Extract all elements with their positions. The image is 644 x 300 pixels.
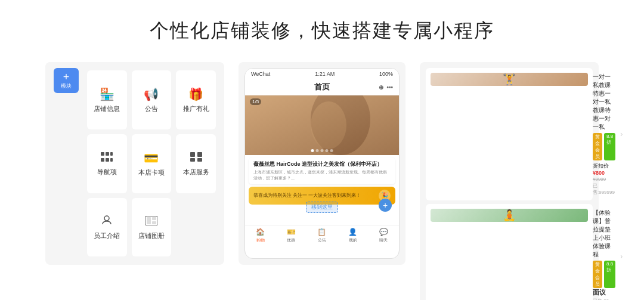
- phone-mockup: WeChat 1:21 AM 100% 首页 ⊕ •••: [244, 68, 400, 259]
- dot-4: [326, 149, 329, 152]
- phone-card-title: 薇薇丝恩 HairCode 造型设计之美发馆（保利中环店）: [253, 160, 391, 168]
- svg-rect-7: [197, 152, 202, 157]
- album-label: 店铺图册: [138, 231, 165, 240]
- bottom-nav-me[interactable]: 👤 我的: [338, 225, 369, 246]
- nav-more-icon: •••: [386, 84, 393, 91]
- bottom-nav-coupon[interactable]: 🎫 优惠: [276, 225, 307, 246]
- grid-item-promo[interactable]: 🎁 推广有礼: [176, 70, 216, 129]
- phone-status-bar: WeChat 1:21 AM 100%: [245, 69, 399, 79]
- phone-shop-card: 薇薇丝恩 HairCode 造型设计之美发馆（保利中环店） 上海市浦东新区，城市…: [249, 157, 395, 184]
- course-thumb-1: 🏋️: [431, 73, 588, 86]
- album-icon: [145, 215, 157, 228]
- bottom-nav-shop[interactable]: 🏠 购物: [245, 225, 276, 246]
- plus-icon: +: [63, 72, 70, 82]
- add-block-button[interactable]: + 模块: [54, 68, 79, 93]
- dot-5: [330, 149, 333, 152]
- card-label: 本店卡项: [138, 168, 165, 177]
- svg-rect-8: [190, 158, 195, 162]
- shop-nav-icon: 🏠: [256, 228, 265, 236]
- discussion-title: 面议: [593, 288, 615, 297]
- service-label: 本店服务: [183, 168, 209, 177]
- move-here-label: 移到这里: [306, 202, 338, 213]
- svg-rect-9: [197, 158, 202, 162]
- status-network: WeChat: [251, 71, 270, 77]
- add-circle-button[interactable]: +: [379, 199, 392, 212]
- course-info-2: 【体验课】普拉提垫上小班体验课程 黄金会员 8.8折 面议 已售:99: [593, 209, 615, 300]
- phone-banner: 1/5: [245, 95, 399, 155]
- notice-icon: 📢: [144, 87, 159, 101]
- status-battery: 100%: [379, 71, 393, 77]
- shop-info-label: 店铺信息: [94, 104, 120, 113]
- coupon-nav-icon: 🎫: [287, 228, 296, 236]
- me-nav-icon: 👤: [348, 228, 357, 236]
- promo-icon: 🎁: [188, 87, 203, 101]
- grid-item-service[interactable]: 本店服务: [176, 134, 216, 193]
- grid-item-nav[interactable]: 导航项: [87, 134, 127, 193]
- course-info-1: 一对一私教课特惠一对一私教课特惠一对一私 黄金会员 8.8折 折扣价 ¥800 …: [593, 73, 615, 196]
- notice-nav-icon: 📋: [317, 228, 326, 236]
- bottom-nav-notice[interactable]: 📋 公告: [306, 225, 338, 246]
- course-badges-2: 黄金会员 8.8折: [593, 261, 615, 288]
- svg-rect-13: [152, 217, 156, 220]
- phone-nav-icons: ⊕ •••: [379, 84, 393, 91]
- svg-rect-18: [245, 95, 399, 155]
- dot-2: [316, 149, 319, 152]
- course-title-1: 一对一私教课特惠一对一私教课特惠一对一私: [593, 73, 615, 131]
- chat-nav-label: 聊天: [379, 237, 388, 243]
- course-sold-1: 已售:999999: [593, 183, 615, 196]
- dot-1: [311, 149, 314, 152]
- coupon-nav-label: 优惠: [287, 237, 295, 243]
- service-icon: [190, 151, 202, 165]
- page-container: 个性化店铺装修，快速搭建专属小程序 + 模块 🏪 店铺信息 📢 公告: [0, 0, 644, 300]
- left-panel: + 模块 🏪 店铺信息 📢 公告 🎁 推广有礼: [45, 62, 224, 265]
- badge-discount-1: 8.8折: [604, 133, 615, 160]
- banner-hair-image: [245, 95, 399, 155]
- phone-bottom-nav: 🏠 购物 🎫 优惠 📋 公告 👤 我的: [245, 225, 399, 246]
- right-panel: 🏋️ 一对一私教课特惠一对一私教课特惠一对一私 黄金会员 8.8折 折扣价 ¥8…: [420, 62, 599, 300]
- notice-nav-label: 公告: [318, 237, 326, 243]
- nav-label: 导航项: [97, 168, 117, 177]
- svg-rect-14: [152, 221, 156, 224]
- price-original-1: ¥9999: [593, 177, 606, 182]
- status-time: 1:21 AM: [315, 71, 335, 77]
- course-card-2[interactable]: 🧘 【体验课】普拉提垫上小班体验课程 黄金会员 8.8折 面议 已售:99 ›: [426, 204, 593, 300]
- svg-point-10: [104, 216, 109, 221]
- course-price-1: 折扣价 ¥800 ¥9999: [593, 162, 615, 182]
- course-arrow-1: ›: [620, 130, 623, 138]
- nav-add-icon: ⊕: [379, 84, 383, 91]
- staff-icon: [101, 215, 112, 228]
- middle-panel: WeChat 1:21 AM 100% 首页 ⊕ •••: [239, 62, 405, 265]
- shop-info-icon: 🏪: [100, 87, 114, 101]
- course-arrow-2: ›: [620, 252, 623, 261]
- svg-rect-4: [106, 158, 109, 162]
- badge-gold-1: 黄金会员: [593, 133, 602, 160]
- phone-nav-title: 首页: [314, 82, 330, 92]
- me-nav-label: 我的: [349, 237, 357, 243]
- add-block-label: 模块: [61, 82, 72, 90]
- svg-rect-2: [110, 152, 113, 156]
- svg-rect-3: [101, 158, 104, 162]
- left-sidebar: + 模块: [51, 68, 81, 259]
- panels-row: + 模块 🏪 店铺信息 📢 公告 🎁 推广有礼: [24, 62, 620, 300]
- dot-3: [321, 149, 324, 152]
- course-card-1[interactable]: 🏋️ 一对一私教课特惠一对一私教课特惠一对一私 黄金会员 8.8折 折扣价 ¥8…: [426, 68, 593, 200]
- grid-item-notice[interactable]: 📢 公告: [132, 70, 172, 129]
- left-grid: 🏪 店铺信息 📢 公告 🎁 推广有礼 导航项: [85, 68, 218, 259]
- course-badges-1: 黄金会员 8.8折: [593, 133, 615, 160]
- badge-discount-2: 8.8折: [604, 261, 615, 288]
- staff-label: 员工介绍: [94, 231, 120, 240]
- svg-rect-0: [101, 152, 104, 156]
- svg-rect-1: [106, 152, 109, 156]
- card-icon: 💳: [144, 151, 159, 165]
- grid-item-album[interactable]: 店铺图册: [132, 198, 172, 256]
- chat-nav-icon: 💬: [379, 228, 388, 236]
- badge-gold-2: 黄金会员: [593, 261, 602, 288]
- promo-text: 恭喜成为特别关注 关注一 一大波关注客到来到来！: [253, 192, 379, 199]
- bottom-nav-chat[interactable]: 💬 聊天: [368, 225, 399, 246]
- grid-item-staff[interactable]: 员工介绍: [87, 198, 127, 256]
- grid-item-shop-info[interactable]: 🏪 店铺信息: [87, 70, 127, 129]
- banner-dots: [311, 149, 333, 152]
- grid-item-card[interactable]: 💳 本店卡项: [132, 134, 172, 193]
- banner-counter: 1/5: [250, 98, 261, 105]
- shop-nav-label: 购物: [256, 237, 265, 243]
